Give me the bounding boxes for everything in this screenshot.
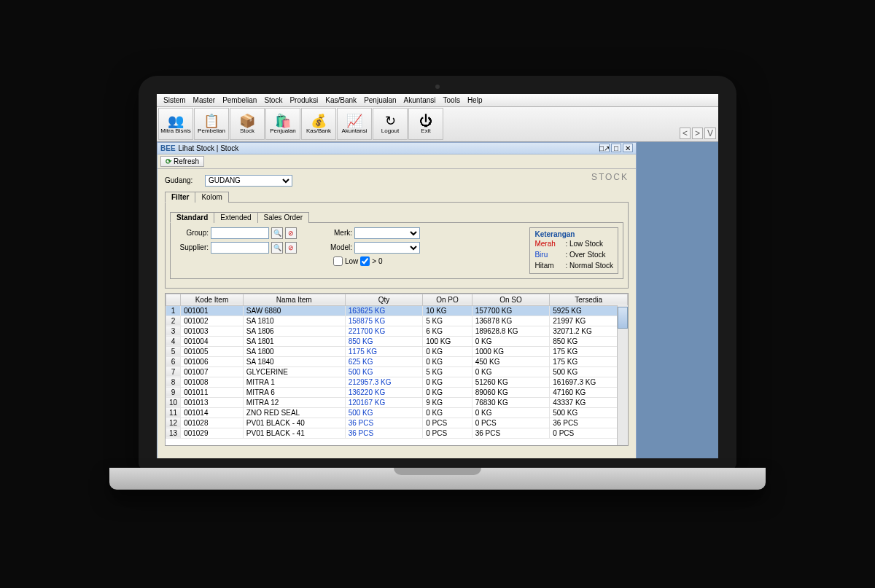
group-clear-icon[interactable]: ⊘ [285,227,297,239]
table-row[interactable]: 11001014ZNO RED SEAL500 KG0 KG0 KG500 KG [166,407,628,418]
tab-standard[interactable]: Standard [170,212,214,223]
legend-key: Biru [534,249,562,260]
legend-val: : Over Stock [565,249,605,260]
supplier-clear-icon[interactable]: ⊘ [285,242,297,254]
close-icon[interactable]: ✕ [623,144,633,152]
toolbar-kasbank[interactable]: 💰Kas/Bank [301,108,336,140]
toolbar-logout[interactable]: ↻Logout [373,108,408,140]
table-row[interactable]: 13001029PV01 BLACK - 4136 PCS0 PCS36 PCS… [166,428,628,438]
table-row[interactable]: 7001007GLYCERINE500 KG5 KG0 KG500 KG [166,366,628,377]
legend-title: Keterangan [534,230,613,238]
penjualan-icon: 🛍️ [275,114,291,128]
menu-kasbank[interactable]: Kas/Bank [322,96,360,104]
low-checkbox[interactable] [333,256,343,266]
stock-window: BEE Lihat Stock | Stock □↗ □ ✕ ⟳ Refresh… [157,142,637,458]
legend-val: : Normal Stock [565,260,613,271]
exit-icon: ⏻ [419,114,432,128]
refresh-icon: ⟳ [166,157,171,165]
table-row[interactable]: 6001006SA 1840625 KG0 KG450 KG175 KG [166,356,628,366]
tabs-inner: StandardExtendedSales Order [170,211,623,223]
tab-salesorder[interactable]: Sales Order [257,212,309,223]
tab-filter[interactable]: Filter [165,192,195,203]
legend-key: Hitam [534,260,562,271]
legend-key: Merah [534,238,562,249]
col-rownum[interactable] [166,294,181,305]
gt0-checkbox[interactable] [360,256,370,266]
minimize-icon[interactable]: □↗ [599,144,610,152]
col-onso[interactable]: On SO [472,294,550,305]
table-row[interactable]: 10001013MITRA 12120167 KG9 KG76830 KG433… [166,397,628,407]
tab-extended[interactable]: Extended [214,212,257,223]
refresh-button[interactable]: ⟳ Refresh [160,156,204,167]
table-row[interactable]: 3001003SA 1806221700 KG6 KG189628.8 KG32… [166,326,628,336]
menu-bar: SistemMasterPembelianStockProduksiKas/Ba… [157,94,718,107]
toolbar-nav: < > V [680,128,716,139]
supplier-input[interactable] [211,242,269,254]
app-badge: BEE [160,144,176,152]
window-titlebar: BEE Lihat Stock | Stock □↗ □ ✕ [158,143,636,154]
low-label: Low [345,257,358,265]
col-tersedia[interactable]: Tersedia [550,294,628,305]
table-row[interactable]: 4001004SA 1801850 KG100 KG0 KG850 KG [166,336,628,346]
group-input[interactable] [211,227,269,239]
next-button[interactable]: > [692,128,703,139]
refresh-label: Refresh [174,157,199,165]
tabs-outer: FilterKolom [165,191,629,203]
legend-val: : Low Stock [565,238,603,249]
col-namaitem[interactable]: Nama Item [243,294,345,305]
merk-select[interactable] [354,227,420,239]
group-lookup-icon[interactable]: 🔍 [271,227,283,239]
toolbar-pembelian[interactable]: 📋Pembelian [194,108,229,140]
toolbar-akuntansi[interactable]: 📈Akuntansi [337,108,372,140]
mitrabisnis-icon: 👥 [168,114,184,128]
gt0-label: > 0 [372,257,382,265]
toolbar-penjualan[interactable]: 🛍️Penjualan [265,108,300,140]
toolbar-mitrabisnis[interactable]: 👥Mitra Bisnis [158,108,193,140]
kasbank-icon: 💰 [311,114,327,128]
supplier-label: Supplier: [175,243,209,251]
legend-box: Keterangan Merah: Low StockBiru: Over St… [529,227,618,274]
group-label: Group: [175,229,209,237]
pembelian-icon: 📋 [203,114,219,128]
col-kodeitem[interactable]: Kode Item [181,294,244,305]
col-qty[interactable]: Qty [345,294,423,305]
table-row[interactable]: 1001001SAW 6880163625 KG10 KG157700 KG59… [166,305,628,315]
supplier-lookup-icon[interactable]: 🔍 [271,242,283,254]
menu-sistem[interactable]: Sistem [160,96,190,104]
tab-kolom[interactable]: Kolom [195,192,228,203]
model-select[interactable] [354,242,420,254]
merk-label: Merk: [319,229,352,237]
menu-akuntansi[interactable]: Akuntansi [400,96,440,104]
table-row[interactable]: 12001028PV01 BLACK - 4036 PCS0 PCS0 PCS3… [166,418,628,428]
table-row[interactable]: 5001005SA 18001175 KG0 KG1000 KG175 KG [166,346,628,356]
toolbar-exit[interactable]: ⏻Exit [408,108,443,140]
prev-button[interactable]: < [680,128,691,139]
menu-help[interactable]: Help [464,96,486,104]
menu-tools[interactable]: Tools [440,96,464,104]
col-onpo[interactable]: On PO [423,294,472,305]
main-toolbar: 👥Mitra Bisnis📋Pembelian📦Stock🛍️Penjualan… [157,107,718,142]
gudang-select[interactable]: GUDANG [205,175,292,187]
window-title: Lihat Stock | Stock [179,144,239,152]
table-row[interactable]: 9001011MITRA 6136220 KG0 KG89060 KG47160… [166,387,628,397]
menu-stock[interactable]: Stock [260,96,286,104]
logout-icon: ↻ [385,114,396,128]
menu-penjualan[interactable]: Penjualan [360,96,400,104]
maximize-icon[interactable]: □ [611,144,621,152]
model-label: Model: [319,243,352,251]
page-title: STOCK [591,172,629,182]
table-row[interactable]: 2001002SA 1810158875 KG5 KG136878 KG2199… [166,315,628,326]
stock-table: Kode ItemNama ItemQtyOn POOn SOTersedia … [165,293,629,446]
gudang-label: Gudang: [165,176,205,184]
menu-produksi[interactable]: Produksi [286,96,322,104]
menu-pembelian[interactable]: Pembelian [219,96,260,104]
toggle-v-button[interactable]: V [704,128,716,139]
akuntansi-icon: 📈 [346,114,362,128]
stock-icon: 📦 [239,114,255,128]
toolbar-stock[interactable]: 📦Stock [230,108,265,140]
table-row[interactable]: 8001008MITRA 1212957.3 KG0 KG51260 KG161… [166,377,628,387]
vertical-scrollbar[interactable] [617,305,628,445]
menu-master[interactable]: Master [190,96,219,104]
